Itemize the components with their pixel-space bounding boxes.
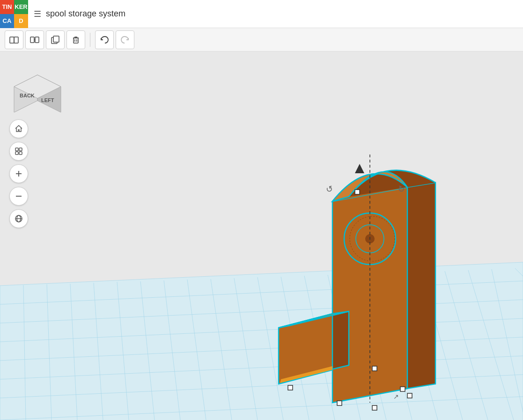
logo-tin: TIN	[0, 0, 14, 14]
svg-rect-63	[372, 366, 377, 371]
svg-rect-0	[10, 37, 14, 43]
logo-ker: KER	[14, 0, 28, 14]
svg-rect-58	[337, 401, 342, 405]
svg-text:LEFT: LEFT	[41, 97, 54, 103]
left-controls	[9, 119, 28, 228]
ungroup-button[interactable]	[25, 30, 44, 49]
fit-button[interactable]	[9, 142, 28, 161]
toolbar	[0, 28, 523, 52]
redo-button[interactable]	[116, 30, 134, 49]
scene-svg: ↺ ↻ ↗	[0, 52, 523, 420]
logo-ca: CA	[0, 14, 14, 28]
title-area: ☰ spool storage system	[28, 9, 125, 19]
svg-rect-62	[355, 190, 360, 194]
svg-rect-74	[19, 152, 22, 155]
svg-rect-59	[372, 405, 377, 410]
svg-rect-7	[74, 38, 78, 43]
svg-rect-60	[407, 393, 412, 398]
svg-rect-61	[288, 385, 293, 390]
svg-text:BACK: BACK	[20, 93, 35, 98]
svg-rect-1	[14, 37, 18, 43]
topbar: TIN KER CA D ☰ spool storage system	[0, 0, 523, 28]
svg-rect-2	[30, 37, 34, 43]
zoom-out-button[interactable]	[9, 187, 28, 206]
svg-text:↗: ↗	[393, 393, 399, 400]
svg-rect-71	[15, 148, 18, 151]
group-button[interactable]	[5, 30, 23, 49]
toolbar-separator	[90, 33, 90, 47]
delete-button[interactable]	[66, 30, 85, 49]
duplicate-button[interactable]	[46, 30, 65, 49]
svg-rect-64	[400, 387, 405, 391]
zoom-in-button[interactable]	[9, 164, 28, 183]
logo[interactable]: TIN KER CA D	[0, 0, 28, 28]
svg-marker-11	[0, 262, 523, 420]
menu-icon[interactable]: ☰	[34, 9, 41, 19]
svg-rect-3	[35, 37, 39, 43]
home-button[interactable]	[9, 119, 28, 138]
svg-rect-6	[53, 36, 59, 42]
project-title[interactable]: spool storage system	[46, 9, 125, 19]
view-cube[interactable]: BACK LEFT	[9, 61, 56, 108]
svg-rect-73	[15, 152, 18, 155]
logo-d: D	[14, 14, 28, 28]
undo-button[interactable]	[95, 30, 114, 49]
svg-rect-72	[19, 148, 22, 151]
perspective-button[interactable]	[9, 209, 28, 228]
viewport[interactable]: ↺ ↻ ↗ BACK LEFT	[0, 52, 523, 420]
